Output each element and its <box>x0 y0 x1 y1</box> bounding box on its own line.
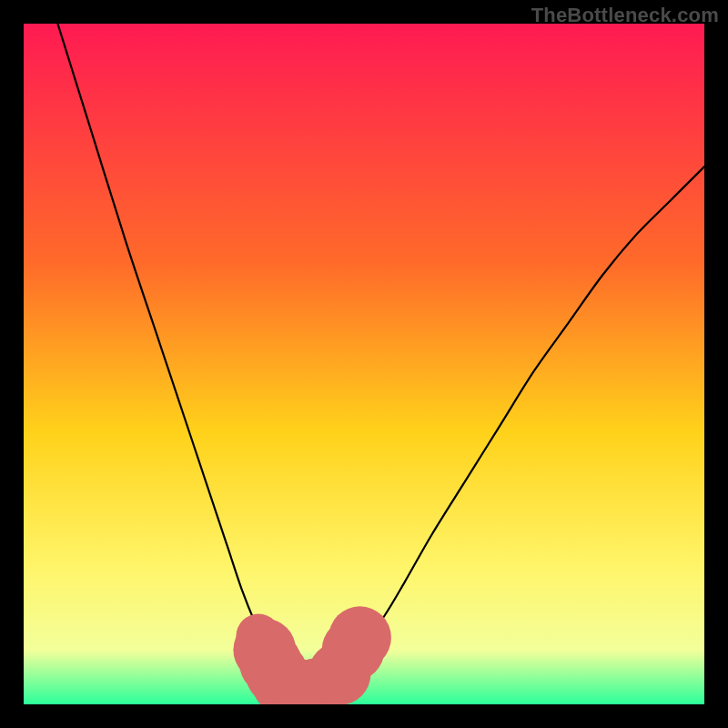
gradient-background <box>24 24 704 704</box>
plot-area <box>24 24 704 704</box>
marker-dot <box>329 606 391 669</box>
chart-frame: TheBottleneck.com <box>0 0 728 728</box>
chart-svg <box>24 24 704 704</box>
